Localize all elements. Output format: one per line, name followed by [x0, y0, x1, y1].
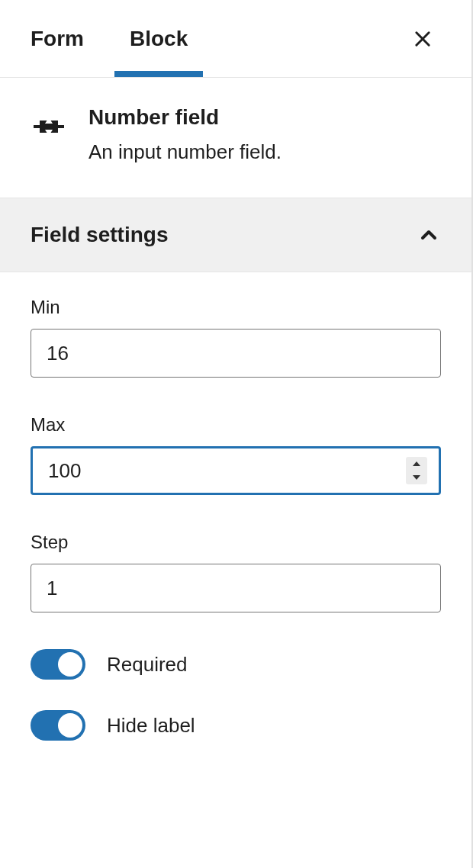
- tab-form[interactable]: Form: [31, 1, 84, 77]
- svg-marker-6: [413, 461, 420, 466]
- number-field-icon: [31, 108, 67, 145]
- max-input[interactable]: [31, 446, 441, 495]
- panel-header-field-settings[interactable]: Field settings: [0, 198, 471, 272]
- block-header: Number field An input number field.: [0, 78, 471, 198]
- hide-label-toggle[interactable]: [31, 710, 85, 741]
- stepper-down-icon[interactable]: [406, 471, 427, 484]
- svg-marker-7: [413, 475, 420, 480]
- tab-block[interactable]: Block: [130, 1, 188, 77]
- min-label: Min: [31, 297, 441, 318]
- tabs-row: Form Block: [0, 0, 471, 78]
- panel-title: Field settings: [31, 223, 168, 247]
- chevron-up-icon: [417, 223, 441, 247]
- field-group-max: Max: [31, 414, 441, 495]
- toggle-row-hide-label: Hide label: [31, 710, 441, 741]
- close-button[interactable]: [404, 21, 441, 57]
- block-description: An input number field.: [88, 140, 282, 164]
- toggle-knob: [58, 652, 82, 677]
- step-input[interactable]: [31, 564, 441, 612]
- stepper-up-icon[interactable]: [406, 457, 427, 471]
- block-title: Number field: [88, 105, 282, 130]
- panel-body: Min Max Step Required H: [0, 272, 471, 789]
- toggle-row-required: Required: [31, 649, 441, 680]
- min-input[interactable]: [31, 329, 441, 378]
- field-group-min: Min: [31, 297, 441, 378]
- toggle-knob: [58, 713, 82, 738]
- max-label: Max: [31, 414, 441, 436]
- hide-label-label: Hide label: [107, 714, 195, 738]
- required-toggle[interactable]: [31, 649, 85, 680]
- number-stepper[interactable]: [406, 457, 427, 484]
- required-label: Required: [107, 653, 188, 677]
- close-icon: [412, 28, 433, 50]
- step-label: Step: [31, 532, 441, 553]
- field-group-step: Step: [31, 532, 441, 612]
